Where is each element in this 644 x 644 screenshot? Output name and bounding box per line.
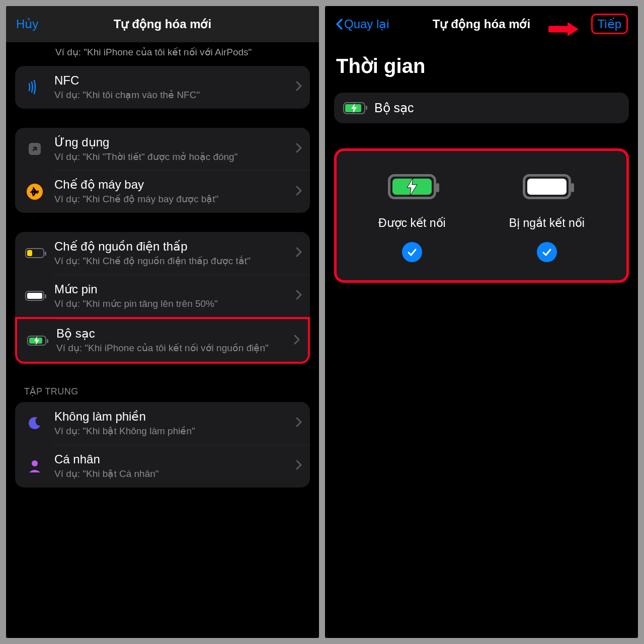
- left-screen: Hủy Tự động hóa mới Ví dụ: "Khi iPhone c…: [6, 6, 319, 638]
- back-button[interactable]: Quay lại: [335, 17, 389, 31]
- row-subtitle: Ví dụ: "Khi Chế độ nguồn điện thấp được …: [54, 255, 292, 268]
- back-label: Quay lại: [344, 17, 389, 31]
- chevron-right-icon: [296, 186, 302, 198]
- row-subtitle: Ví dụ: "Khi bật Cá nhân": [54, 468, 292, 480]
- chevron-right-icon: [296, 417, 302, 429]
- row-airplane[interactable]: Chế độ máy bay Ví dụ: "Khi Chế độ máy ba…: [15, 170, 310, 213]
- row-title: Chế độ máy bay: [54, 177, 292, 192]
- chevron-right-icon: [296, 460, 302, 472]
- battery-charging-icon: [388, 174, 436, 199]
- chevron-left-icon: [335, 18, 343, 30]
- row-subtitle: Ví dụ: "Khi tôi chạm vào thẻ NFC": [54, 89, 292, 102]
- next-button-wrap: Tiếp: [591, 17, 628, 31]
- charger-battery-icon: [25, 329, 48, 352]
- airplane-icon: [23, 180, 46, 203]
- moon-icon: [23, 412, 46, 435]
- low-power-battery-icon: [23, 242, 46, 265]
- svg-point-2: [32, 460, 38, 466]
- row-title: Chế độ nguồn điện thấp: [54, 239, 292, 254]
- row-battery-level[interactable]: Mức pin Ví dụ: "Khi mức pin tăng lên trê…: [15, 275, 310, 317]
- charger-battery-icon: [343, 102, 365, 114]
- connectivity-group: NFC Ví dụ: "Khi tôi chạm vào thẻ NFC": [15, 66, 310, 109]
- battery-level-icon: [23, 284, 46, 307]
- header: Hủy Tự động hóa mới: [6, 6, 319, 42]
- focus-group: Không làm phiền Ví dụ: "Khi bật Không là…: [15, 402, 310, 487]
- header-title: Tự động hóa mới: [114, 17, 211, 31]
- charger-badge-label: Bộ sạc: [374, 101, 414, 115]
- row-dnd[interactable]: Không làm phiền Ví dụ: "Khi bật Không là…: [15, 402, 310, 445]
- row-low-power[interactable]: Chế độ nguồn điện thấp Ví dụ: "Khi Chế đ…: [15, 232, 310, 275]
- row-subtitle: Ví dụ: "Khi Chế độ máy bay được bật": [54, 193, 292, 206]
- battery-group: Chế độ nguồn điện thấp Ví dụ: "Khi Chế đ…: [15, 232, 310, 364]
- next-button[interactable]: Tiếp: [591, 14, 628, 34]
- row-title: Ứng dụng: [54, 135, 292, 150]
- app-open-icon: [23, 137, 46, 160]
- chevron-right-icon: [294, 335, 300, 347]
- option-disconnected[interactable]: Bị ngắt kết nối: [509, 174, 585, 262]
- chevron-right-icon: [296, 247, 302, 259]
- cancel-button[interactable]: Hủy: [16, 17, 38, 31]
- header-title: Tự động hóa mới: [433, 17, 530, 31]
- system-group: Ứng dụng Ví dụ: "Khi "Thời tiết" được mở…: [15, 128, 310, 213]
- option-label: Bị ngắt kết nối: [509, 216, 585, 230]
- option-label: Được kết nối: [378, 216, 446, 230]
- option-connected[interactable]: Được kết nối: [378, 174, 446, 262]
- row-title: Không làm phiền: [54, 409, 292, 424]
- row-subtitle: Ví dụ: "Khi "Thời tiết" được mở hoặc đón…: [54, 151, 292, 164]
- row-subtitle: Ví dụ: "Khi iPhone của tôi kết nối với n…: [56, 342, 290, 355]
- row-app[interactable]: Ứng dụng Ví dụ: "Khi "Thời tiết" được mở…: [15, 128, 310, 171]
- focus-section-label: TẬP TRUNG: [24, 386, 310, 397]
- partial-row-subtitle: Ví dụ: "Khi iPhone của tôi kết nối với A…: [15, 42, 310, 65]
- time-section-title: Thời gian: [325, 42, 638, 85]
- checkmark-icon: [402, 242, 422, 262]
- chevron-right-icon: [296, 143, 302, 155]
- battery-full-icon: [523, 174, 571, 199]
- row-title: Mức pin: [54, 282, 292, 297]
- row-title: Cá nhân: [54, 452, 292, 467]
- right-screen: Quay lại Tự động hóa mới Tiếp Thời gian …: [325, 6, 638, 638]
- charger-badge: Bộ sạc: [334, 93, 629, 123]
- person-icon: [23, 454, 46, 477]
- chevron-right-icon: [296, 81, 302, 93]
- row-title: NFC: [54, 73, 292, 88]
- nfc-icon: [23, 75, 46, 99]
- row-subtitle: Ví dụ: "Khi bật Không làm phiền": [54, 425, 292, 438]
- connection-options: Được kết nối Bị ngắt kết nối: [334, 148, 629, 283]
- row-subtitle: Ví dụ: "Khi mức pin tăng lên trên 50%": [54, 298, 292, 310]
- row-title: Bộ sạc: [56, 326, 290, 341]
- trigger-list: Ví dụ: "Khi iPhone của tôi kết nối với A…: [6, 42, 319, 638]
- header: Quay lại Tự động hóa mới Tiếp: [325, 6, 638, 42]
- row-nfc[interactable]: NFC Ví dụ: "Khi tôi chạm vào thẻ NFC": [15, 66, 310, 109]
- chevron-right-icon: [296, 290, 302, 302]
- checkmark-icon: [537, 242, 557, 262]
- row-personal[interactable]: Cá nhân Ví dụ: "Khi bật Cá nhân": [15, 445, 310, 488]
- annotation-arrow-icon: [548, 20, 581, 38]
- row-charger[interactable]: Bộ sạc Ví dụ: "Khi iPhone của tôi kết nố…: [15, 317, 310, 364]
